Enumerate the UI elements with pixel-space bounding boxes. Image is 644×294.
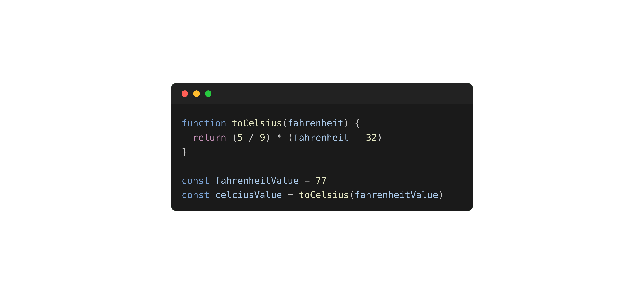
code-token: toCelsius [299, 189, 349, 200]
code-window: function toCelsius(fahrenheit) { return … [171, 83, 473, 211]
code-token: fahrenheitValue [215, 175, 299, 186]
code-token [210, 175, 215, 186]
minimize-icon[interactable] [193, 90, 200, 97]
code-token [210, 189, 215, 200]
code-token: 5 [238, 132, 243, 143]
code-token: = [282, 189, 299, 200]
code-token: 32 [366, 132, 377, 143]
code-token: ( [282, 118, 288, 128]
code-line: } [182, 145, 462, 159]
code-token: celciusValue [215, 189, 282, 200]
code-token: ( [288, 132, 293, 143]
code-token: { [354, 118, 360, 128]
code-token: 9 [260, 132, 265, 143]
code-line [182, 159, 462, 173]
close-icon[interactable] [182, 90, 188, 97]
code-token: fahrenheit [288, 118, 344, 128]
code-token: } [182, 146, 187, 157]
code-token [226, 132, 232, 143]
titlebar [171, 83, 473, 104]
code-token: toCelsius [232, 118, 282, 128]
code-token: - [349, 132, 366, 143]
code-token [226, 118, 232, 128]
code-token: ( [349, 189, 354, 200]
code-token: ) [438, 189, 444, 200]
code-token: ) [344, 118, 349, 128]
code-token: const [182, 189, 210, 200]
code-token: ) [377, 132, 382, 143]
code-token: ) [265, 132, 271, 143]
code-token: return [193, 132, 226, 143]
code-token: const [182, 175, 210, 186]
code-token: ( [232, 132, 238, 143]
code-token: = [299, 175, 316, 186]
code-token [182, 132, 193, 143]
code-editor[interactable]: function toCelsius(fahrenheit) { return … [171, 104, 473, 211]
code-line: const celciusValue = toCelsius(fahrenhei… [182, 188, 462, 202]
code-line: return (5 / 9) * (fahrenheit - 32) [182, 130, 462, 145]
code-token: fahrenheitValue [354, 189, 438, 200]
code-line: function toCelsius(fahrenheit) { [182, 116, 462, 130]
code-line: const fahrenheitValue = 77 [182, 173, 462, 188]
code-token [349, 118, 354, 128]
code-token: fahrenheit [293, 132, 349, 143]
code-token: * [271, 132, 288, 143]
code-token: 77 [316, 175, 327, 186]
code-token: function [182, 118, 226, 128]
maximize-icon[interactable] [205, 90, 212, 97]
code-token: / [243, 132, 260, 143]
